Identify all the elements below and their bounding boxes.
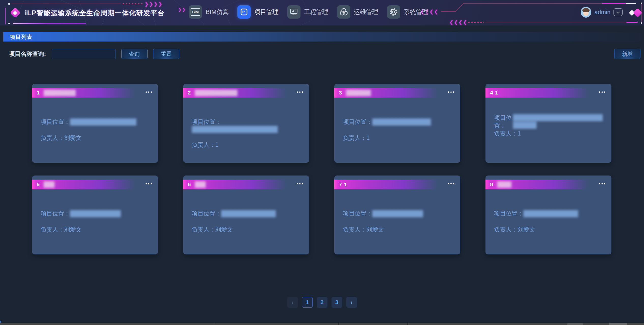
decor-chevrons-left: ❮❮❮❮	[449, 20, 468, 25]
monitor-chart-icon	[287, 5, 300, 19]
decor-vertical-bar	[5, 8, 6, 24]
decor-title-underline	[13, 23, 86, 24]
location-label: 项目位置：	[494, 114, 513, 130]
decor-square	[8, 3, 10, 5]
nav-label: 系统管理	[404, 8, 428, 16]
query-button[interactable]: 查询	[121, 49, 148, 59]
more-actions-button[interactable]	[297, 183, 303, 184]
nav-label: 运维管理	[354, 8, 378, 16]
prev-page-button[interactable]: ‹	[287, 297, 298, 308]
location-value-redacted: █████████████████████████████	[513, 114, 603, 128]
location-label: 项目位置：	[41, 118, 70, 125]
owner-label: 负责人：	[494, 130, 518, 137]
card-header-strip: 8████	[485, 180, 611, 189]
card-number: 5	[37, 181, 40, 187]
card-body: 项目位置：██████████████ 负责人：刘爱文	[183, 210, 309, 234]
location-label: 项目位置：	[343, 210, 372, 217]
page-button-3[interactable]: 3	[332, 297, 342, 308]
page-button-1[interactable]: 1	[302, 297, 313, 308]
more-actions-button[interactable]	[448, 91, 454, 93]
nav-item-project-management[interactable]: 项目管理	[237, 5, 279, 19]
decor-square	[8, 23, 10, 24]
card-header-strip: 3███████	[334, 88, 460, 98]
avatar	[581, 7, 591, 18]
location-value-redacted: ███████████████	[372, 118, 431, 125]
nav-item-engineering[interactable]: 工程管理	[287, 5, 328, 19]
card-body: 项目位置：█████████████ 负责人：刘爱文	[334, 210, 460, 234]
section-header: 项目列表	[3, 32, 641, 42]
location-value-redacted: ██████████████	[523, 210, 578, 217]
project-card-6: 6███ 项目位置：██████████████ 负责人：刘爱文	[183, 175, 309, 254]
more-actions-button[interactable]	[448, 183, 454, 184]
pagination: ‹ 1 2 3 ›	[287, 297, 357, 308]
decor-line-bright	[626, 22, 638, 23]
decor-chevrons-right-small: ❯❯	[178, 8, 186, 12]
card-header-strip: 5███	[32, 180, 158, 189]
card-header-strip: 2████████████	[183, 88, 309, 98]
card-header-strip: 1█████████	[32, 88, 158, 98]
owner-value: 1	[215, 141, 219, 148]
card-header-strip: 6███	[183, 180, 309, 189]
next-page-button[interactable]: ›	[346, 297, 357, 308]
user-name: admin	[594, 9, 610, 16]
gear-icon	[387, 5, 400, 19]
owner-value: 1	[518, 130, 521, 137]
top-bar: ❯❯❯❯ ❯❯ ❮❮❮❮ ❮❮❮❮ iLP智能运输系统全生命周期一体化研发平台	[0, 0, 644, 25]
card-name-redacted: ███████	[346, 90, 371, 96]
decor-line	[12, 4, 121, 4]
window-bottom-edge	[0, 323, 644, 325]
project-card-3: 3███████ 项目位置：███████████████ 负责人：1	[334, 84, 460, 163]
search-toolbar: 项目名称查询: 查询 重置	[9, 49, 179, 59]
location-label: 项目位置：	[192, 118, 221, 125]
decor-square	[641, 22, 642, 24]
decor-line	[464, 3, 602, 4]
project-card-8: 8████ 项目位置：██████████████ 负责人：刘爱文	[485, 175, 611, 254]
decor-dashes	[468, 22, 484, 23]
nav-item-system[interactable]: 系统管理	[387, 5, 428, 19]
more-actions-button[interactable]	[599, 91, 605, 93]
decor-line-white	[626, 3, 636, 4]
owner-label: 负责人：	[192, 226, 215, 233]
project-name-search-input[interactable]	[52, 49, 116, 59]
card-name: 1	[344, 181, 347, 187]
owner-value: 刘爱文	[64, 226, 82, 233]
app-screen: ❯❯❯❯ ❯❯ ❮❮❮❮ ❮❮❮❮ iLP智能运输系统全生命周期一体化研发平台	[0, 0, 644, 325]
project-card-1: 1█████████ 项目位置：█████████████████ 负责人：刘爱…	[32, 84, 158, 163]
location-value-redacted: ██████████████████████	[192, 126, 278, 132]
owner-value: 刘爱文	[64, 134, 82, 141]
decor-dashes	[123, 3, 143, 4]
location-value-redacted: ██████████████	[221, 210, 276, 217]
chevron-down-icon[interactable]	[613, 8, 623, 16]
more-actions-button[interactable]	[146, 183, 152, 184]
nav-label: 工程管理	[304, 8, 328, 16]
decor-square	[641, 3, 642, 4]
card-number: 4	[490, 90, 493, 96]
main-nav: BIM BIM仿真 项目管理	[189, 5, 428, 19]
add-button[interactable]: 新增	[614, 49, 640, 59]
decor-chevrons-right: ❯❯❯❯	[145, 2, 163, 6]
page-button-2[interactable]: 2	[317, 297, 327, 308]
nav-item-operations[interactable]: 运维管理	[337, 5, 378, 19]
owner-label: 负责人：	[343, 134, 366, 141]
more-actions-button[interactable]	[599, 183, 605, 184]
owner-label: 负责人：	[192, 141, 215, 148]
card-body: 项目位置：█████████████████████████████ 负责人：1	[485, 114, 611, 138]
location-label: 项目位置：	[343, 118, 372, 125]
card-body: 项目位置：█████████████ 负责人：刘爱文	[32, 210, 158, 234]
app-title: iLP智能运输系统全生命周期一体化研发平台	[25, 8, 165, 18]
nav-item-bim[interactable]: BIM BIM仿真	[189, 5, 229, 19]
card-name-redacted: █████████	[44, 90, 76, 96]
project-card-grid: 1█████████ 项目位置：█████████████████ 负责人：刘爱…	[32, 84, 611, 254]
owner-label: 负责人：	[41, 134, 64, 141]
card-name-redacted: ████	[497, 181, 511, 187]
decor-line	[455, 3, 464, 12]
reset-button[interactable]: 重置	[153, 49, 179, 59]
bottom-left-notch	[0, 321, 1, 323]
project-card-2: 2████████████ 项目位置：█████████████████████…	[183, 84, 309, 163]
more-actions-button[interactable]	[146, 91, 152, 93]
more-actions-button[interactable]	[297, 91, 303, 93]
user-menu[interactable]: admin	[581, 7, 623, 18]
owner-value: 1	[366, 134, 370, 141]
bim-icon: BIM	[189, 5, 202, 19]
project-card-7: 71 项目位置：█████████████ 负责人：刘爱文	[334, 175, 460, 254]
